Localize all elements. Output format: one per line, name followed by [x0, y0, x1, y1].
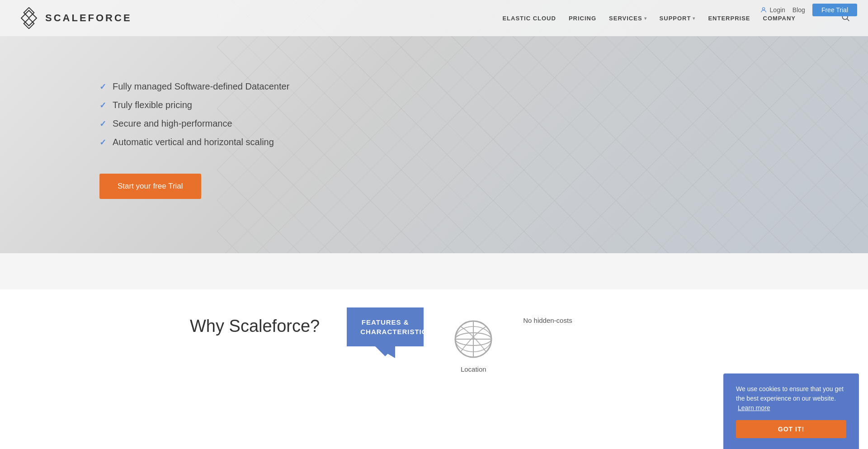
- features-badge-line2: CHARACTERISTICS: [360, 328, 432, 336]
- nav-services[interactable]: SERVICES: [609, 15, 647, 22]
- features-badge-container: FEATURES & CHARACTERISTICS: [347, 307, 424, 358]
- below-hero-spacer: [0, 253, 868, 289]
- no-hidden-section: No hidden-costs: [523, 317, 572, 324]
- svg-rect-10: [217, 0, 868, 253]
- topbar: Login Blog Free Trial: [749, 0, 868, 20]
- hero-feature-text-4: Automatic vertical and horizontal scalin…: [113, 137, 274, 147]
- features-badge-line1: FEATURES &: [362, 318, 409, 326]
- hero-feature-2: ✓ Truly flexible pricing: [99, 100, 289, 110]
- login-label: Login: [770, 6, 785, 14]
- logo-icon: [18, 7, 40, 29]
- features-badge: FEATURES & CHARACTERISTICS: [347, 307, 424, 346]
- login-link[interactable]: Login: [760, 6, 785, 14]
- globe-label: Location: [461, 365, 486, 373]
- svg-rect-3: [24, 19, 34, 29]
- check-icon-2: ✓: [99, 100, 106, 110]
- svg-rect-1: [24, 8, 34, 18]
- hero-feature-text-3: Secure and high-performance: [113, 118, 232, 129]
- navbar: SCALEFORCE ELASTIC CLOUD PRICING SERVICE…: [0, 0, 868, 36]
- hero-feature-text-1: Fully managed Software-defined Datacente…: [113, 81, 289, 92]
- blog-link[interactable]: Blog: [793, 6, 805, 14]
- hero-feature-3: ✓ Secure and high-performance: [99, 118, 289, 129]
- why-scaleforce-heading: Why Scaleforce?: [190, 317, 320, 336]
- cookie-message: We use cookies to ensure that you get th…: [736, 385, 844, 400]
- globe-icon: [451, 317, 496, 362]
- nav-elastic-cloud[interactable]: ELASTIC CLOUD: [502, 15, 556, 22]
- no-hidden-label: No hidden-costs: [523, 317, 572, 324]
- cookie-banner: We use cookies to ensure that you get th…: [723, 373, 859, 400]
- free-trial-topbar-button[interactable]: Free Trial: [812, 4, 857, 16]
- hero-feature-text-2: Truly flexible pricing: [113, 100, 192, 110]
- hero-background-pattern: [217, 0, 868, 253]
- globe-section: Location: [451, 317, 496, 373]
- logo-text: SCALEFORCE: [45, 12, 132, 24]
- nav-enterprise[interactable]: ENTERPRISE: [708, 15, 750, 22]
- logo[interactable]: SCALEFORCE: [18, 7, 132, 29]
- hero-feature-4: ✓ Automatic vertical and horizontal scal…: [99, 137, 289, 147]
- login-icon: [760, 6, 767, 14]
- why-scaleforce-container: Why Scaleforce?: [190, 307, 320, 336]
- hero-feature-1: ✓ Fully managed Software-defined Datacen…: [99, 81, 289, 92]
- hero-content: ✓ Fully managed Software-defined Datacen…: [0, 27, 289, 226]
- check-icon-3: ✓: [99, 119, 106, 129]
- blog-label: Blog: [793, 6, 805, 14]
- svg-point-0: [762, 8, 764, 10]
- check-icon-1: ✓: [99, 82, 106, 92]
- cookie-text: We use cookies to ensure that you get th…: [736, 384, 846, 400]
- check-icon-4: ✓: [99, 137, 106, 147]
- nav-support[interactable]: SUPPORT: [660, 15, 696, 22]
- hero-cta-button[interactable]: Start your free Trial: [99, 174, 201, 199]
- hero-section: ✓ Fully managed Software-defined Datacen…: [0, 0, 868, 253]
- features-section-inner: Why Scaleforce? FEATURES & CHARACTERISTI…: [163, 307, 705, 373]
- nav-pricing[interactable]: PRICING: [569, 15, 596, 22]
